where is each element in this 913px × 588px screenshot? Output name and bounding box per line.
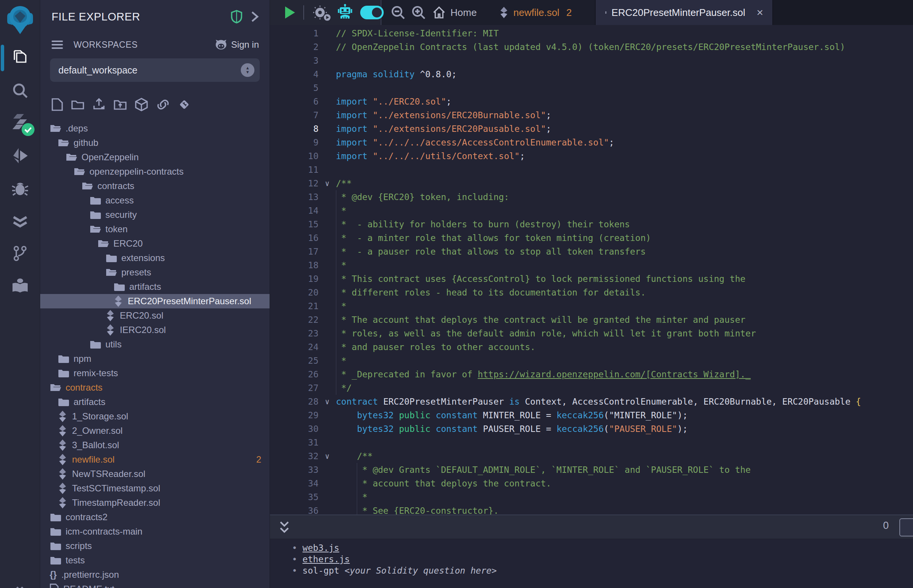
tree-row[interactable]: token <box>40 222 270 236</box>
remix-ai-button[interactable] <box>337 0 353 25</box>
code-line: 20 * different roles - head to its docum… <box>270 286 913 299</box>
tab-newfile[interactable]: newfile.sol 2 <box>497 0 573 25</box>
sidebar-item-git[interactable] <box>0 237 40 270</box>
git-init-icon[interactable] <box>178 99 190 111</box>
tree-row[interactable]: NewTSReader.sol <box>40 467 270 481</box>
tree-item-label: .prettierrc.json <box>62 569 119 580</box>
tree-row[interactable]: ERC20.sol <box>40 309 270 323</box>
new-file-icon[interactable] <box>52 98 63 111</box>
workspace-select[interactable]: default_workspace ▲▼ <box>50 58 260 82</box>
code-text: * roles, as well as the default admin ro… <box>336 326 913 340</box>
tree-row[interactable]: utils <box>40 337 270 352</box>
terminal-listen-count: 0 <box>883 520 889 531</box>
run-script-button[interactable] <box>283 0 296 25</box>
tree-row[interactable]: ERC20PresetMinterPauser.sol <box>40 294 270 309</box>
tree-row[interactable]: 3_Ballot.sol <box>40 438 270 452</box>
workspaces-menu-icon[interactable] <box>52 39 63 51</box>
tree-row[interactable]: artifacts <box>40 279 270 294</box>
tree-row[interactable]: README.txt <box>40 582 270 588</box>
fold-chevron-icon[interactable]: ∨ <box>319 449 336 463</box>
tree-row[interactable]: security <box>40 208 270 222</box>
sidebar-item-file-explorer[interactable] <box>0 42 40 74</box>
main-area: Home newfile.sol 2 ERC20PresetMinterPaus… <box>270 0 913 588</box>
line-number: 13 <box>270 190 319 204</box>
collapse-panel-chevron-icon[interactable] <box>251 11 259 23</box>
unsaved-changes-badge: 2 <box>256 454 261 465</box>
sidebar-item-learneth[interactable] <box>0 270 40 302</box>
tree-row[interactable]: contracts <box>40 380 270 395</box>
tree-item-label: contracts <box>97 181 134 191</box>
terminal-search-box[interactable] <box>899 518 913 536</box>
tree-row[interactable]: artifacts <box>40 395 270 409</box>
tree-row[interactable]: .deps <box>40 121 270 136</box>
tree-item-label: newfile.sol <box>72 454 115 465</box>
terminal-collapse-icon[interactable] <box>277 519 292 536</box>
tree-row[interactable]: scripts <box>40 539 270 553</box>
tree-row[interactable]: presets <box>40 265 270 279</box>
indent-guide <box>336 340 336 354</box>
git-branch-icon <box>12 245 28 262</box>
tree-row[interactable]: openzeppelin-contracts <box>40 165 270 179</box>
code-editor[interactable]: 1// SPDX-License-Identifier: MIT2// Open… <box>270 25 913 515</box>
tree-row[interactable]: 1_Storage.sol <box>40 409 270 423</box>
tree-row[interactable]: OpenZeppelin <box>40 150 270 165</box>
tree-row[interactable]: IERC20.sol <box>40 323 270 337</box>
tree-row[interactable]: contracts2 <box>40 510 270 524</box>
tree-row[interactable]: npm <box>40 352 270 366</box>
line-number: 10 <box>270 149 319 163</box>
fold-gutter <box>319 136 336 149</box>
indent-guide <box>336 245 336 258</box>
code-link[interactable]: https://wizard.openzeppelin.com/[Contrac… <box>478 369 751 379</box>
line-number: 9 <box>270 136 319 149</box>
terminal-link[interactable]: ethers.js <box>303 554 350 564</box>
upload-file-icon[interactable] <box>92 98 105 111</box>
tab-home[interactable]: Home <box>432 0 477 25</box>
terminal-header[interactable]: 0 <box>270 515 913 539</box>
github-sign-in-button[interactable]: Sign in <box>215 39 259 50</box>
workspace-stepper-icon[interactable]: ▲▼ <box>241 63 254 77</box>
sidebar-item-unit-testing[interactable] <box>0 205 40 237</box>
tree-row[interactable]: extensions <box>40 251 270 265</box>
sidebar-item-debugger[interactable] <box>0 172 40 205</box>
shield-verified-icon[interactable] <box>231 10 242 24</box>
zoom-out-button[interactable] <box>390 0 406 25</box>
tree-row[interactable]: ERC20 <box>40 236 270 251</box>
sidebar-item-search[interactable] <box>0 74 40 107</box>
tree-row[interactable]: newfile.sol2 <box>40 452 270 467</box>
tree-row[interactable]: icm-contracts-main <box>40 524 270 539</box>
tree-item-label: utils <box>105 339 122 350</box>
fold-gutter <box>319 149 336 163</box>
tree-row[interactable]: TimestampReader.sol <box>40 496 270 510</box>
fold-chevron-icon[interactable]: ∨ <box>319 176 336 190</box>
tree-row[interactable]: tests <box>40 553 270 567</box>
sidebar-item-solidity-compiler[interactable] <box>0 107 40 139</box>
ai-copilot-toggle[interactable] <box>360 0 384 25</box>
fold-gutter <box>319 218 336 231</box>
tree-row[interactable]: contracts <box>40 179 270 193</box>
sidebar-item-deploy-run[interactable] <box>0 139 40 172</box>
indent-guide <box>336 190 336 204</box>
terminal-link[interactable]: web3.js <box>303 543 339 553</box>
tab-close-icon[interactable]: × <box>756 6 763 19</box>
tree-row[interactable]: {}.prettierrc.json <box>40 567 270 582</box>
code-line: 7import "../extensions/ERC20Burnable.sol… <box>270 108 913 122</box>
script-config-button[interactable] <box>312 0 328 25</box>
tree-row[interactable]: access <box>40 193 270 208</box>
tree-row[interactable]: remix-tests <box>40 366 270 380</box>
tab-erc20presetminterpauser[interactable]: ERC20PresetMinterPauser.sol × <box>595 0 773 25</box>
upload-folder-icon[interactable] <box>114 99 127 111</box>
plugin-manager-icon[interactable] <box>11 582 29 588</box>
tree-row[interactable]: github <box>40 136 270 150</box>
new-folder-icon[interactable] <box>71 99 84 110</box>
tree-row[interactable]: TestSCTimestamp.sol <box>40 481 270 496</box>
panel-title: FILE EXPLORER <box>52 11 223 23</box>
fold-gutter <box>319 26 336 40</box>
ipfs-cube-icon[interactable] <box>135 98 148 111</box>
zoom-in-button[interactable] <box>411 0 426 25</box>
folder-icon <box>50 512 61 522</box>
fold-chevron-icon[interactable]: ∨ <box>319 395 336 409</box>
link-icon[interactable] <box>156 99 170 111</box>
fold-gutter <box>319 477 336 490</box>
tree-row[interactable]: 2_Owner.sol <box>40 423 270 438</box>
fold-gutter <box>319 504 336 515</box>
